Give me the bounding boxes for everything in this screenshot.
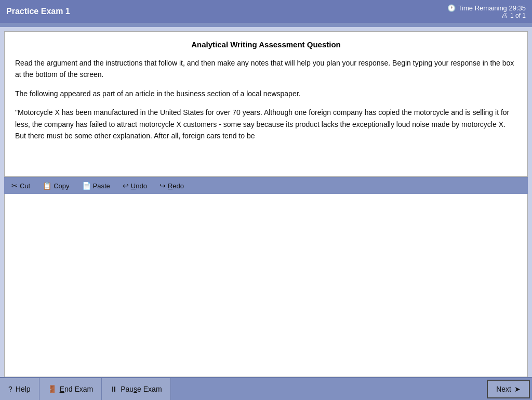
redo-label: Redo [168, 182, 184, 190]
page-number: 1 of 1 [510, 12, 526, 19]
time-value: Time Remaining 29:35 [458, 4, 526, 12]
end-exam-label: End Exam [60, 385, 94, 393]
cut-label: Cut [20, 182, 30, 190]
pause-icon: ⏸ [110, 385, 117, 393]
question-prompt-intro: The following appeared as part of an art… [15, 88, 517, 99]
paste-button[interactable]: 📄 Paste [80, 180, 112, 191]
question-area: Analytical Writing Assessment Question R… [4, 31, 528, 177]
next-label: Next [496, 385, 511, 393]
response-textarea[interactable] [5, 194, 527, 377]
undo-icon: ↩ [123, 182, 129, 190]
paste-label: Paste [93, 182, 110, 190]
copy-label: Copy [54, 182, 69, 190]
help-button[interactable]: ? Help [0, 378, 39, 400]
undo-button[interactable]: ↩ Undo [121, 180, 149, 191]
redo-button[interactable]: ↪ Redo [157, 180, 186, 191]
redo-icon: ↪ [159, 182, 166, 190]
question-instructions: Read the argument and the instructions t… [15, 57, 517, 81]
end-exam-button[interactable]: 🚪 End Exam [39, 378, 102, 400]
header-stripe [0, 23, 532, 27]
paste-icon: 📄 [82, 182, 91, 190]
undo-label: Undo [131, 182, 147, 190]
main-content: Analytical Writing Assessment Question R… [0, 27, 532, 377]
page-indicator: 🖨 1 of 1 [501, 12, 526, 19]
printer-icon: 🖨 [501, 12, 508, 19]
response-area[interactable] [4, 194, 528, 377]
help-icon: ? [8, 385, 12, 393]
question-prompt-body: "Motorcycle X has been manufactured in t… [15, 107, 517, 141]
cut-icon: ✂ [11, 182, 18, 190]
question-text: Read the argument and the instructions t… [15, 57, 517, 141]
question-content: Analytical Writing Assessment Question R… [5, 32, 527, 157]
pause-label: Pause Exam [121, 385, 162, 393]
bottom-bar: ? Help 🚪 End Exam ⏸ Pause Exam Next ➤ [0, 377, 532, 400]
copy-icon: 📋 [43, 182, 51, 190]
editing-toolbar: ✂ Cut 📋 Copy 📄 Paste ↩ Undo ↪ Redo [4, 177, 528, 194]
copy-button[interactable]: 📋 Copy [41, 180, 71, 191]
end-exam-icon: 🚪 [48, 385, 57, 393]
next-arrow-icon: ➤ [514, 385, 521, 393]
header-right: 🕐 Time Remaining 29:35 🖨 1 of 1 [447, 4, 526, 19]
bottom-left-buttons: ? Help 🚪 End Exam ⏸ Pause Exam [0, 378, 171, 400]
question-title: Analytical Writing Assessment Question [15, 40, 517, 49]
time-remaining: 🕐 Time Remaining 29:35 [447, 4, 526, 12]
cut-button[interactable]: ✂ Cut [9, 180, 32, 191]
pause-exam-button[interactable]: ⏸ Pause Exam [102, 378, 170, 400]
clock-icon: 🕐 [447, 4, 456, 12]
header: Practice Exam 1 🕐 Time Remaining 29:35 🖨… [0, 0, 532, 23]
exam-title: Practice Exam 1 [6, 7, 70, 16]
next-button[interactable]: Next ➤ [487, 380, 530, 398]
help-label: Help [16, 385, 31, 393]
